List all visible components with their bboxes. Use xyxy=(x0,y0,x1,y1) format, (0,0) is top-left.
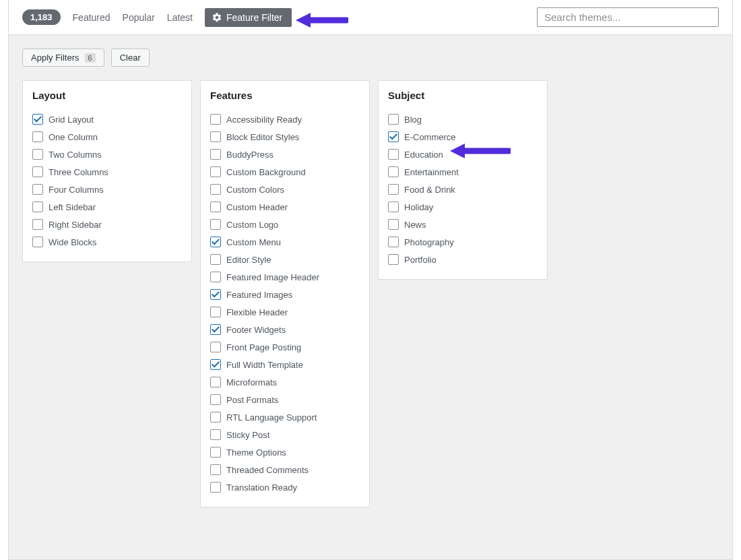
features-option[interactable]: Microformats xyxy=(210,373,360,391)
features-checkbox[interactable] xyxy=(210,237,221,247)
features-checkbox[interactable] xyxy=(210,201,221,212)
subject-option-label: E-Commerce xyxy=(404,132,456,142)
nav-latest[interactable]: Latest xyxy=(167,12,193,23)
layout-checkbox[interactable] xyxy=(32,219,43,230)
features-option[interactable]: Front Page Posting xyxy=(210,338,360,356)
subject-option-label: News xyxy=(404,220,426,230)
features-option[interactable]: BuddyPress xyxy=(210,146,360,163)
features-option[interactable]: Footer Widgets xyxy=(210,321,360,338)
features-checkbox[interactable] xyxy=(210,272,221,282)
subject-checkbox[interactable] xyxy=(388,219,399,230)
layout-option[interactable]: Right Sidebar xyxy=(32,216,182,233)
features-option[interactable]: Custom Logo xyxy=(210,216,360,233)
subject-checkbox[interactable] xyxy=(388,201,399,212)
subject-checkbox[interactable] xyxy=(388,254,399,265)
layout-checkbox[interactable] xyxy=(32,184,43,195)
features-option-label: BuddyPress xyxy=(226,150,273,160)
subject-option[interactable]: Holiday xyxy=(388,198,538,216)
features-option[interactable]: Custom Colors xyxy=(210,181,360,198)
gear-icon xyxy=(212,12,222,23)
features-option[interactable]: Featured Images xyxy=(210,286,360,303)
subject-checkbox[interactable] xyxy=(388,237,399,247)
layout-checkbox[interactable] xyxy=(32,166,43,177)
features-option[interactable]: Custom Background xyxy=(210,163,360,181)
features-option[interactable]: Flexible Header xyxy=(210,303,360,321)
features-option-label: Block Editor Styles xyxy=(226,132,299,142)
features-option[interactable]: Custom Header xyxy=(210,198,360,216)
subject-option[interactable]: Entertainment xyxy=(388,163,538,181)
feature-filter-button[interactable]: Feature Filter xyxy=(205,8,292,27)
layout-option[interactable]: Grid Layout xyxy=(32,111,182,128)
features-option[interactable]: Theme Options xyxy=(210,443,360,461)
features-checkbox[interactable] xyxy=(210,114,221,125)
features-option[interactable]: Block Editor Styles xyxy=(210,128,360,146)
layout-option[interactable]: Two Columns xyxy=(32,146,182,163)
features-option[interactable]: Sticky Post xyxy=(210,426,360,443)
subject-option[interactable]: Education xyxy=(388,146,538,163)
features-checkbox[interactable] xyxy=(210,324,221,335)
layout-option[interactable]: Four Columns xyxy=(32,181,182,198)
features-checkbox[interactable] xyxy=(210,464,221,475)
subject-option[interactable]: E-Commerce xyxy=(388,128,538,146)
subject-option-label: Photography xyxy=(404,237,454,247)
subject-checkbox[interactable] xyxy=(388,114,399,125)
features-option[interactable]: Threaded Comments xyxy=(210,461,360,478)
features-checkbox[interactable] xyxy=(210,447,221,458)
features-checkbox[interactable] xyxy=(210,359,221,370)
search-themes-input[interactable] xyxy=(537,7,719,27)
subject-option[interactable]: Photography xyxy=(388,233,538,251)
subject-checkbox[interactable] xyxy=(388,184,399,195)
features-checkbox[interactable] xyxy=(210,342,221,352)
nav-popular[interactable]: Popular xyxy=(123,12,155,23)
features-checkbox[interactable] xyxy=(210,219,221,230)
nav-featured[interactable]: Featured xyxy=(73,12,110,23)
features-checkbox[interactable] xyxy=(210,184,221,195)
subject-checkbox[interactable] xyxy=(388,166,399,177)
features-option[interactable]: Translation Ready xyxy=(210,478,360,496)
layout-checkbox[interactable] xyxy=(32,237,43,247)
subject-checkbox[interactable] xyxy=(388,131,399,142)
features-checkbox[interactable] xyxy=(210,377,221,387)
clear-filters-button[interactable]: Clear xyxy=(111,49,150,67)
features-checkbox[interactable] xyxy=(210,412,221,423)
layout-checkbox[interactable] xyxy=(32,131,43,142)
layout-title: Layout xyxy=(32,90,182,101)
layout-option-label: Wide Blocks xyxy=(49,237,97,247)
features-option[interactable]: Editor Style xyxy=(210,251,360,268)
features-checkbox[interactable] xyxy=(210,394,221,405)
features-checkbox[interactable] xyxy=(210,149,221,160)
features-option[interactable]: Post Formats xyxy=(210,391,360,408)
layout-option[interactable]: Three Columns xyxy=(32,163,182,181)
features-checkbox[interactable] xyxy=(210,289,221,300)
layout-checkbox[interactable] xyxy=(32,201,43,212)
features-option-label: Microformats xyxy=(226,377,277,387)
features-option[interactable]: Full Width Template xyxy=(210,356,360,373)
features-checkbox[interactable] xyxy=(210,482,221,493)
features-panel: Features Accessibility ReadyBlock Editor… xyxy=(200,80,370,507)
feature-filter-label: Feature Filter xyxy=(226,12,282,23)
subject-option[interactable]: Food & Drink xyxy=(388,181,538,198)
subject-option[interactable]: News xyxy=(388,216,538,233)
features-option-label: Custom Logo xyxy=(226,220,278,230)
layout-option[interactable]: Left Sidebar xyxy=(32,198,182,216)
layout-option-label: Four Columns xyxy=(49,185,104,195)
layout-option[interactable]: One Column xyxy=(32,128,182,146)
subject-option-label: Education xyxy=(404,150,443,160)
features-option[interactable]: Featured Image Header xyxy=(210,268,360,286)
subject-option[interactable]: Blog xyxy=(388,111,538,128)
features-checkbox[interactable] xyxy=(210,166,221,177)
apply-filters-button[interactable]: Apply Filters 6 xyxy=(22,49,104,67)
layout-option[interactable]: Wide Blocks xyxy=(32,233,182,251)
features-checkbox[interactable] xyxy=(210,131,221,142)
features-checkbox[interactable] xyxy=(210,254,221,265)
features-option[interactable]: Custom Menu xyxy=(210,233,360,251)
features-option[interactable]: Accessibility Ready xyxy=(210,111,360,128)
subject-checkbox[interactable] xyxy=(388,149,399,160)
layout-option-label: Two Columns xyxy=(49,150,102,160)
features-checkbox[interactable] xyxy=(210,429,221,440)
features-checkbox[interactable] xyxy=(210,307,221,317)
subject-option[interactable]: Portfolio xyxy=(388,251,538,268)
layout-checkbox[interactable] xyxy=(32,114,43,125)
layout-checkbox[interactable] xyxy=(32,149,43,160)
features-option[interactable]: RTL Language Support xyxy=(210,408,360,426)
